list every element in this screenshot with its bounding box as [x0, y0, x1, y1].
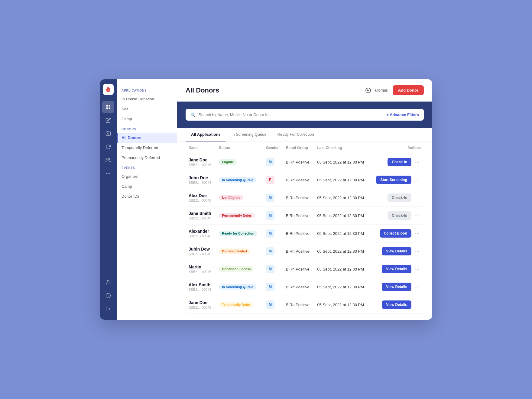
donors-section-label: DONORS [117, 124, 177, 133]
nav-logout-icon[interactable] [102, 303, 114, 315]
donor-gender-cell: M [263, 153, 283, 171]
donor-status-cell: In Screening Queue [216, 278, 263, 296]
donor-name-cell: Alex Doe SBB21 - 00046 [186, 189, 216, 207]
donor-name: Jane Doe [189, 300, 213, 305]
col-blood-group: Blood Group [283, 141, 314, 153]
donor-id: SBB21 - 00046 [189, 306, 213, 309]
donor-status-cell: In Screening Queue [216, 171, 263, 189]
donor-gender-cell: M [263, 260, 283, 278]
donor-actions-cell: Start Screening ··· [370, 171, 424, 189]
donor-blood-group-cell: B Rh Positive [283, 189, 314, 207]
svg-rect-3 [109, 108, 110, 109]
status-badge: Donation Failed [219, 248, 250, 254]
nav-donor-ids[interactable]: Donor IDs [117, 191, 177, 201]
donor-last-checking-cell: 05 Sept, 2022 at 12:30 PM [314, 207, 370, 225]
nav-dashboard-icon[interactable] [102, 101, 114, 113]
donor-last-checking-cell: 05 Sept, 2022 at 12:30 PM [314, 278, 370, 296]
action-button[interactable]: Check-In [388, 158, 411, 166]
app-window: APPLICATIONS In House Donation Self Camp… [100, 79, 432, 320]
action-button[interactable]: Collect Blood [380, 229, 411, 238]
svg-rect-1 [109, 105, 110, 106]
nav-all-donors[interactable]: All Donors [117, 133, 177, 143]
nav-refresh-icon[interactable] [102, 141, 114, 153]
more-options-button[interactable]: ··· [414, 194, 421, 201]
donor-name-cell: Jane Smith SBB21 - 00046 [186, 207, 216, 225]
donor-actions-cell: View Details ··· [370, 242, 424, 260]
search-input[interactable] [199, 109, 383, 121]
gender-badge: M [266, 211, 274, 220]
more-options-button[interactable]: ··· [414, 301, 421, 308]
status-badge: Not Eligible [219, 195, 243, 200]
table-container: Name Status Gender Blood Group Last Chec… [177, 141, 432, 320]
action-button[interactable]: Check-In [388, 211, 411, 220]
nav-edit-icon[interactable] [102, 114, 114, 126]
donor-name: Alex Smith [189, 282, 213, 287]
more-options-button[interactable]: ··· [414, 177, 421, 183]
advance-filters-button[interactable]: + Advance Filters [386, 112, 419, 117]
more-options-button[interactable]: ··· [414, 284, 421, 290]
nav-camera-icon[interactable] [102, 128, 114, 140]
nav-info-icon[interactable] [102, 290, 114, 302]
donor-last-checking-cell: 05 Sept, 2022 at 12:30 PM [314, 225, 370, 242]
action-button[interactable]: Check-In [388, 193, 411, 202]
add-donor-button[interactable]: Add Donor [393, 85, 424, 95]
donor-id: SBB21 - 00046 [189, 199, 213, 202]
donor-name-cell: Alexander SBB21 - 00046 [186, 225, 216, 242]
nav-permanently-deferred[interactable]: Permanently Deferred [117, 153, 177, 163]
action-button[interactable]: View Details [382, 265, 411, 273]
more-options-button[interactable]: ··· [414, 248, 421, 255]
table-row: Jane Smith SBB21 - 00046 Permanently Def… [186, 207, 424, 225]
col-name: Name [186, 141, 216, 153]
nav-self[interactable]: Self [117, 104, 177, 114]
events-section-label: EVENTS [117, 163, 177, 171]
donor-name-cell: Martin SBB21 - 00046 [186, 260, 216, 278]
table-row: John Doe SBB21 - 00046 In Screening Queu… [186, 171, 424, 189]
action-button[interactable]: Start Screening [376, 176, 411, 184]
donor-id: SBB21 - 00046 [189, 181, 213, 184]
svg-point-6 [106, 173, 107, 174]
more-options-button[interactable]: ··· [414, 266, 421, 272]
gender-badge: M [266, 300, 274, 309]
nav-camp-event[interactable]: Camp [117, 181, 177, 191]
more-options-button[interactable]: ··· [414, 230, 421, 237]
donors-table: Name Status Gender Blood Group Last Chec… [186, 141, 424, 314]
search-bar: 🔍 + Advance Filters [186, 109, 424, 121]
donor-actions-cell: Check-In ··· [370, 153, 424, 171]
donor-blood-group-cell: B Rh Positive [283, 207, 314, 225]
donor-actions-cell: Check-In ··· [370, 189, 424, 207]
table-row: Jane Doe SBB21 - 00046 Eligible M B Rh P… [186, 153, 424, 171]
nav-camp-app[interactable]: Camp [117, 114, 177, 124]
tab-ready-for-collection[interactable]: Ready For Collection [272, 128, 319, 141]
donor-gender-cell: M [263, 278, 283, 296]
donor-id: SBB21 - 00046 [189, 216, 213, 220]
play-icon: ▶ [365, 88, 371, 93]
donor-actions-cell: Collect Blood ··· [370, 225, 424, 242]
donor-id: SBB21 - 00046 [189, 163, 213, 167]
action-button[interactable]: View Details [382, 283, 411, 291]
action-button[interactable]: View Details [382, 300, 411, 309]
donor-blood-group-cell: B Rh Positive [283, 278, 314, 296]
donor-id: SBB21 - 00046 [189, 288, 213, 291]
status-badge: Eligible [219, 159, 237, 165]
nav-more-icon[interactable] [102, 167, 114, 180]
donor-id: SBB21 - 00046 [189, 252, 213, 256]
donor-name-cell: Jubin Dew SBB21 - 00046 [186, 242, 216, 260]
tab-in-screening-queue[interactable]: In Screening Queue [226, 128, 272, 141]
app-logo [103, 84, 114, 95]
nav-profile-icon[interactable] [102, 276, 114, 288]
donor-blood-group-cell: B Rh Positive [283, 153, 314, 171]
svg-point-9 [107, 280, 109, 282]
nav-organiser[interactable]: Organiser [117, 171, 177, 181]
more-options-button[interactable]: ··· [414, 159, 421, 165]
more-options-button[interactable]: ··· [414, 212, 421, 219]
nav-users-icon[interactable] [102, 154, 114, 166]
donor-blood-group-cell: B Rh Positive [283, 296, 314, 314]
tab-all-applications[interactable]: All Applications [186, 128, 226, 141]
tutorials-button[interactable]: ▶ Tutorials [365, 88, 388, 93]
nav-in-house-donation[interactable]: In House Donation [117, 94, 177, 104]
status-badge: In Screening Queue [219, 284, 256, 290]
action-button[interactable]: View Details [382, 247, 411, 255]
donor-name-cell: Jane Doe SBB21 - 00046 [186, 153, 216, 171]
nav-temporarily-deferred[interactable]: Temporarily Deferred [117, 143, 177, 153]
donor-gender-cell: M [263, 242, 283, 260]
